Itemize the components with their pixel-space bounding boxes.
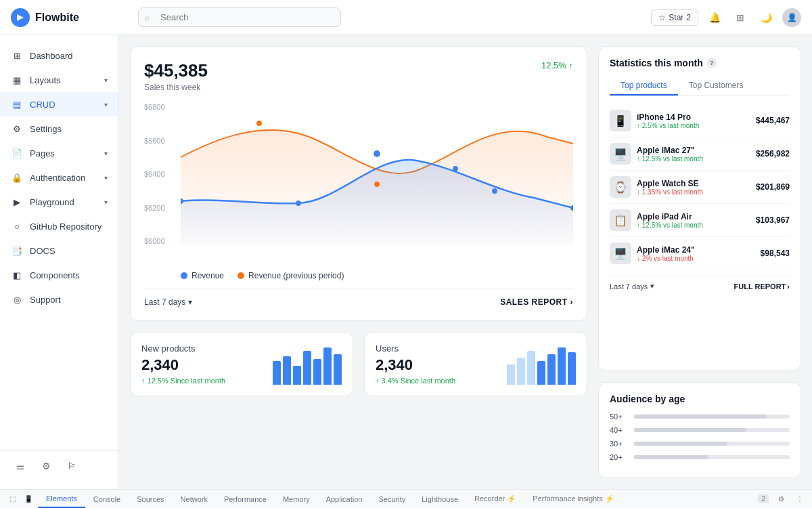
age-label-40: 40+ xyxy=(610,426,629,434)
stats-title: Statistics this month xyxy=(610,58,703,68)
grid-icon[interactable]: ⊞ xyxy=(731,8,750,27)
main-layout: ⊞ Dashboard ▦ Layouts ▾ ▤ CRUD ▾ ⚙ Setti… xyxy=(0,35,812,489)
devtools-tab-elements[interactable]: Elements xyxy=(38,490,85,508)
playground-chevron: ▾ xyxy=(104,198,108,206)
sidebar-item-settings[interactable]: ⚙ Settings xyxy=(0,117,118,141)
product-change-imac27: ↑ 12.5% vs last month xyxy=(637,155,750,163)
star-icon: ☆ xyxy=(658,13,666,22)
moon-icon[interactable]: 🌙 xyxy=(757,8,775,27)
stats-info-icon: ? xyxy=(707,58,717,68)
avatar[interactable]: 👤 xyxy=(782,8,801,27)
sidebar-item-components[interactable]: ◧ Components xyxy=(0,263,118,287)
sidebar-label-components: Components xyxy=(30,270,108,280)
product-info-watchse: Apple Watch SE ↓ 1.35% vs last month xyxy=(637,179,750,196)
sidebar-item-github[interactable]: ○ GitHub Repository xyxy=(0,214,118,238)
age-bar-bg-30 xyxy=(634,442,790,446)
revenue-info: $45,385 Sales this week xyxy=(144,60,208,92)
devtools-tab-performance[interactable]: Performance xyxy=(216,490,275,508)
layouts-icon: ▦ xyxy=(11,74,23,86)
new-products-title: New products xyxy=(141,343,225,354)
auth-chevron: ▾ xyxy=(104,174,108,182)
search-input[interactable] xyxy=(138,7,341,27)
ubar-6 xyxy=(558,347,566,385)
search-icon: ⌕ xyxy=(145,13,150,22)
blue-dot-peak xyxy=(374,150,380,157)
devtools-tab-memory[interactable]: Memory xyxy=(275,490,318,508)
sidebar-label-settings: Settings xyxy=(30,124,108,134)
sidebar-bottom: ⚌ ⚙ 🏳 xyxy=(0,450,118,481)
sidebar-item-pages[interactable]: 📄 Pages ▾ xyxy=(0,141,118,165)
devtools-tab-sources[interactable]: Sources xyxy=(129,490,172,508)
product-price-imac24: $98,543 xyxy=(761,249,790,258)
audience-card: Audience by age 50+ 40+ 30+ xyxy=(598,382,801,478)
sidebar-gear-icon[interactable]: ⚙ xyxy=(37,457,55,475)
search-bar: ⌕ xyxy=(138,7,341,27)
stats-period-select[interactable]: Last 7 days ▾ xyxy=(610,282,654,291)
devtools-tab-console[interactable]: Console xyxy=(85,490,129,508)
tab-top-products[interactable]: Top products xyxy=(610,77,678,96)
users-value: 2,340 xyxy=(376,356,455,374)
orange-dot-1 xyxy=(256,121,262,126)
sidebar-chart-icon[interactable]: ⚌ xyxy=(11,457,30,475)
devtools-more-icon[interactable]: ⋮ xyxy=(793,492,807,506)
devtools-cursor-icon[interactable]: ⬚ xyxy=(5,492,19,506)
content-area: $45,385 Sales this week 12.5% ↑ $6800 $6… xyxy=(119,35,812,489)
bar-5 xyxy=(313,359,321,385)
sidebar-label-pages: Pages xyxy=(30,148,97,158)
blue-dot-4 xyxy=(492,188,497,194)
devtools-tab-security[interactable]: Security xyxy=(370,490,413,508)
new-products-chart xyxy=(273,344,342,385)
devtools-tab-application[interactable]: Application xyxy=(318,490,371,508)
age-label-50: 50+ xyxy=(610,412,629,421)
product-change-iphone: ↑ 2.5% vs last month xyxy=(637,122,750,129)
devtools-tab-lighthouse[interactable]: Lighthouse xyxy=(413,490,466,508)
tab-top-customers[interactable]: Top Customers xyxy=(678,77,754,96)
users-chart xyxy=(507,344,576,385)
sidebar-item-playground[interactable]: ▶ Playground ▾ xyxy=(0,190,118,214)
stats-period-chevron: ▾ xyxy=(650,282,654,291)
devtools-badge: 2 xyxy=(758,494,769,503)
product-name-imac27: Apple iMac 27" xyxy=(637,146,750,155)
devtools-tab-recorder[interactable]: Recorder ⚡ xyxy=(466,490,524,508)
full-report-link[interactable]: FULL REPORT › xyxy=(734,282,790,291)
bar-6 xyxy=(323,347,332,385)
notification-icon[interactable]: 🔔 xyxy=(705,8,724,27)
product-name-imac24: Apple iMac 24" xyxy=(637,245,755,255)
dashboard-icon: ⊞ xyxy=(11,49,23,62)
sidebar-item-support[interactable]: ◎ Support xyxy=(0,287,118,312)
age-bar-fill-50 xyxy=(634,415,767,419)
devtools-tab-network[interactable]: Network xyxy=(173,490,216,508)
devtools-left-icons: ⬚ 📱 xyxy=(5,492,35,506)
age-bar-bg-20 xyxy=(634,455,790,459)
sidebar-item-crud[interactable]: ▤ CRUD ▾ xyxy=(0,92,118,117)
stats-footer: Last 7 days ▾ FULL REPORT › xyxy=(610,276,790,291)
logo-area: Flowbite xyxy=(11,8,130,27)
ubar-2 xyxy=(517,358,525,385)
legend-label-revenue: Revenue xyxy=(191,271,224,280)
devtools-phone-icon[interactable]: 📱 xyxy=(22,492,35,506)
period-select[interactable]: Last 7 days ▾ xyxy=(144,297,192,307)
age-bar-bg-50 xyxy=(634,415,790,419)
sidebar-label-docs: DOCS xyxy=(30,246,108,256)
y-label-4: $6200 xyxy=(144,204,178,212)
product-img-imac24: 🖥️ xyxy=(610,242,631,264)
product-name-iphone: iPhone 14 Pro xyxy=(637,112,750,122)
sidebar-item-docs[interactable]: 📑 DOCS xyxy=(0,238,118,263)
star-button[interactable]: ☆ Star 2 xyxy=(651,9,698,26)
product-price-watchse: $201,869 xyxy=(756,182,790,192)
audience-title: Audience by age xyxy=(610,394,790,404)
sidebar-flag-icon[interactable]: 🏳 xyxy=(62,457,81,475)
auth-icon: 🔒 xyxy=(11,171,23,184)
product-img-imac27: 🖥️ xyxy=(610,143,631,165)
users-card: Users 2,340 ↑ 3.4% Since last month xyxy=(364,332,587,396)
sidebar-item-layouts[interactable]: ▦ Layouts ▾ xyxy=(0,68,118,92)
product-name-ipadair: Apple iPad Air xyxy=(637,212,750,221)
devtools-tab-perf-insights[interactable]: Performance insights ⚡ xyxy=(524,490,622,508)
sales-report-link[interactable]: SALES REPORT › xyxy=(500,297,573,307)
ubar-5 xyxy=(547,354,556,385)
age-row-40: 40+ xyxy=(610,426,790,434)
devtools-settings-icon[interactable]: ⚙ xyxy=(774,492,788,506)
sidebar-item-dashboard[interactable]: ⊞ Dashboard xyxy=(0,43,118,68)
revenue-chart-card: $45,385 Sales this week 12.5% ↑ $6800 $6… xyxy=(130,46,587,321)
sidebar-item-authentication[interactable]: 🔒 Authentication ▾ xyxy=(0,165,118,190)
